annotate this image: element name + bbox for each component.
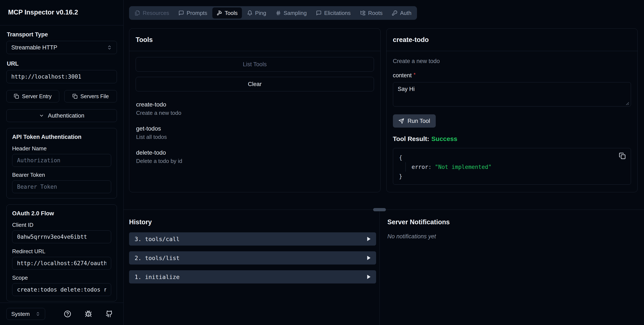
history-item-tools-list[interactable]: 2. tools/list — [129, 251, 376, 264]
history-item-tools-call[interactable]: 3. tools/call — [129, 232, 376, 246]
content-textarea[interactable]: Say Hi — [393, 82, 631, 106]
tools-panel-body: List Tools Clear create-todo Create a ne… — [129, 51, 380, 192]
github-link[interactable] — [106, 310, 113, 318]
content-label-text: content — [393, 72, 412, 78]
servers-file-button[interactable]: Servers File — [64, 90, 117, 102]
tool-list-item-get-todos[interactable]: get-todos List all todos — [136, 125, 374, 140]
servers-file-label: Servers File — [80, 93, 109, 100]
json-key: error — [412, 164, 428, 170]
copy-icon — [14, 94, 19, 99]
bottom-section: History 3. tools/call 2. tools/list — [124, 210, 644, 325]
url-input[interactable] — [6, 70, 117, 83]
bearer-token-input[interactable] — [12, 180, 111, 193]
tool-result-json: { error: "Not implemented" } — [393, 148, 631, 185]
list-tools-button[interactable]: List Tools — [136, 57, 374, 72]
app-title: MCP Inspector v0.16.2 — [8, 8, 115, 16]
tool-list-item-create-todo[interactable]: create-todo Create a new todo — [136, 101, 374, 116]
tab-tools[interactable]: Tools — [212, 8, 242, 18]
hammer-icon — [216, 10, 222, 16]
transport-type-label: Transport Type — [7, 31, 117, 38]
resize-grip-icon[interactable] — [626, 102, 629, 106]
history-item-label: 3. tools/call — [134, 236, 180, 242]
tool-detail-title: create-todo — [393, 36, 429, 44]
help-button[interactable] — [64, 310, 71, 318]
copy-icon — [619, 152, 626, 159]
history-item-initialize[interactable]: 1. initialize — [129, 270, 376, 284]
theme-select[interactable]: System — [6, 308, 45, 320]
client-id-input[interactable] — [12, 230, 111, 243]
tool-list: create-todo Create a new todo get-todos … — [136, 101, 374, 164]
tab-label: Roots — [368, 10, 383, 16]
copy-result-button[interactable] — [619, 152, 626, 159]
header-name-label: Header Name — [12, 145, 111, 152]
app-root: MCP Inspector v0.16.2 Transport Type Str… — [0, 0, 644, 325]
url-label: URL — [7, 60, 117, 67]
play-icon — [367, 256, 370, 260]
clear-tools-button[interactable]: Clear — [136, 77, 374, 91]
client-id-label: Client ID — [12, 222, 111, 228]
message-square-icon — [178, 10, 184, 16]
tab-auth[interactable]: Auth — [388, 8, 416, 18]
authentication-toggle-button[interactable]: Authentication — [6, 109, 117, 122]
tab-label: Sampling — [284, 10, 307, 16]
tab-roots[interactable]: Roots — [356, 8, 387, 18]
history-panel: History 3. tools/call 2. tools/list — [124, 210, 380, 325]
tool-detail-body: Create a new todo content* Say Hi — [386, 51, 638, 192]
bug-icon — [85, 310, 92, 318]
tool-result-label: Tool Result: — [393, 135, 429, 142]
scope-input[interactable] — [12, 283, 111, 296]
chevrons-up-down-icon — [36, 312, 40, 316]
tool-description: Delete a todo by id — [136, 158, 374, 164]
tab-sampling[interactable]: Sampling — [271, 8, 311, 18]
bell-icon — [247, 10, 252, 16]
key-icon — [392, 10, 398, 16]
tool-list-item-delete-todo[interactable]: delete-todo Delete a todo by id — [136, 149, 374, 164]
api-token-card: API Token Authentication Header Name Bea… — [6, 128, 117, 198]
run-tool-button[interactable]: Run Tool — [393, 114, 436, 128]
folder-tree-icon — [360, 10, 366, 16]
tool-result-status: Success — [432, 135, 458, 142]
files-icon — [134, 10, 140, 16]
copy-buttons-row: Server Entry Servers File — [6, 90, 117, 102]
bug-report-button[interactable] — [85, 310, 92, 318]
tab-label: Tools — [225, 10, 238, 16]
json-colon: : — [428, 164, 432, 170]
tab-ping[interactable]: Ping — [243, 8, 270, 18]
redirect-url-input[interactable] — [12, 257, 111, 270]
hash-icon — [276, 10, 281, 16]
message-square-icon — [316, 10, 322, 16]
panel-resize-handle[interactable] — [373, 208, 386, 211]
server-entry-button[interactable]: Server Entry — [6, 90, 59, 102]
tool-detail-panel: create-todo Create a new todo content* S… — [386, 28, 638, 192]
top-section: Tools List Tools Clear create-todo Creat… — [129, 28, 638, 192]
theme-select-value: System — [11, 311, 30, 317]
json-close-brace: } — [399, 172, 625, 181]
history-item-label: 2. tools/list — [134, 255, 180, 261]
tool-name: get-todos — [136, 125, 374, 132]
tab-elicitations[interactable]: Elicitations — [312, 8, 355, 18]
server-entry-label: Server Entry — [22, 93, 52, 100]
transport-type-select[interactable]: Streamable HTTP — [6, 41, 117, 54]
play-icon — [367, 237, 370, 241]
footer-icons — [64, 310, 113, 318]
tab-label: Prompts — [186, 10, 207, 16]
header-name-input[interactable] — [12, 154, 111, 167]
transport-type-value: Streamable HTTP — [11, 44, 57, 51]
required-asterisk: * — [414, 72, 416, 78]
tab-label: Auth — [400, 10, 412, 16]
tool-name: create-todo — [136, 101, 374, 108]
server-notifications-panel: Server Notifications No notifications ye… — [380, 210, 644, 325]
oauth-flow-card: OAuth 2.0 Flow Client ID Redirect URL Sc… — [6, 204, 117, 301]
tab-resources[interactable]: Resources — [130, 8, 173, 18]
sidebar: MCP Inspector v0.16.2 Transport Type Str… — [0, 0, 124, 325]
tools-panel: Tools List Tools Clear create-todo Creat… — [129, 28, 380, 192]
server-notifications-title: Server Notifications — [388, 218, 644, 226]
no-notifications-message: No notifications yet — [388, 233, 644, 240]
content-textarea-wrap: Say Hi — [393, 82, 631, 108]
tab-prompts[interactable]: Prompts — [174, 8, 212, 18]
tools-panel-title: Tools — [136, 36, 153, 44]
tab-label: Resources — [143, 10, 169, 16]
copy-icon — [72, 94, 78, 99]
chevron-down-icon — [39, 113, 44, 118]
json-open-brace: { — [399, 153, 625, 162]
